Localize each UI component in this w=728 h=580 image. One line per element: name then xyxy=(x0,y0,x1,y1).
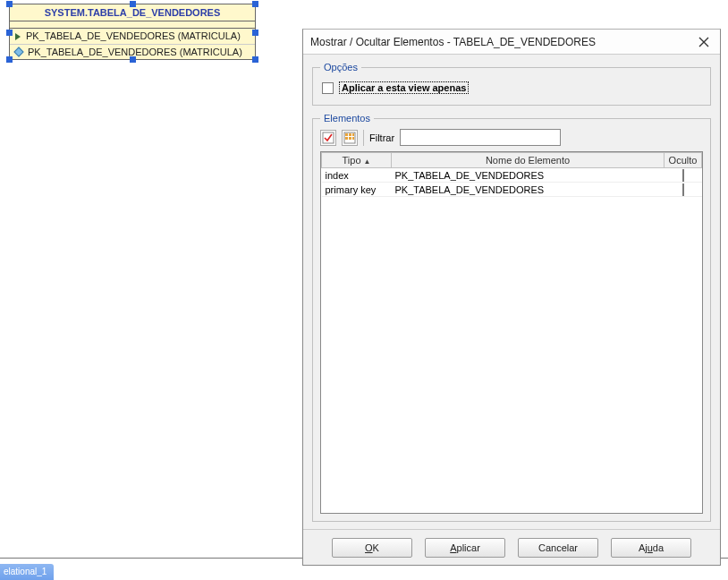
checkbox-apply-view-only[interactable] xyxy=(322,82,334,94)
dialog-titlebar[interactable]: Mostrar / Ocultar Elementos - TABELA_DE_… xyxy=(303,30,720,55)
option-apply-view-only-label: Aplicar a esta view apenas xyxy=(339,81,469,94)
help-button[interactable]: Ajuda xyxy=(611,538,691,558)
resize-handle[interactable] xyxy=(252,30,258,36)
close-icon[interactable] xyxy=(695,33,713,51)
checkbox-hidden[interactable] xyxy=(682,169,684,182)
dialog-show-hide-elements: Mostrar / Ocultar Elementos - TABELA_DE_… xyxy=(302,29,721,566)
svg-rect-0 xyxy=(323,132,334,143)
cell-name: PK_TABELA_DE_VENDEDORES xyxy=(392,168,665,183)
col-header-element-name[interactable]: Nome do Elemento xyxy=(392,153,665,168)
svg-rect-6 xyxy=(349,137,351,140)
dialog-button-bar: OK Aplicar Cancelar Ajuda xyxy=(303,529,720,565)
entity-divider xyxy=(10,21,255,29)
dialog-body: Opções Aplicar a esta view apenas Elemen… xyxy=(303,55,720,529)
filter-row: Filtrar xyxy=(320,129,703,151)
filter-label: Filtrar xyxy=(369,132,394,143)
status-tab[interactable]: elational_1 xyxy=(0,564,54,580)
cell-hidden[interactable] xyxy=(665,168,702,183)
resize-handle[interactable] xyxy=(252,56,258,63)
group-elements: Elementos xyxy=(312,113,711,522)
resize-handle[interactable] xyxy=(252,1,258,7)
table-row[interactable]: index PK_TABELA_DE_VENDEDORES xyxy=(322,168,702,183)
table-row[interactable]: primary key PK_TABELA_DE_VENDEDORES xyxy=(322,183,702,197)
svg-rect-4 xyxy=(352,133,354,136)
entity-table-vendedores[interactable]: SYSTEM.TABELA_DE_VENDEDORES PK_TABELA_DE… xyxy=(9,4,256,60)
cell-type: index xyxy=(322,168,392,183)
group-options: Opções Aplicar a esta view apenas xyxy=(312,62,711,106)
checkbox-hidden[interactable] xyxy=(682,183,684,196)
entity-row-label: PK_TABELA_DE_VENDEDORES (MATRICULA) xyxy=(26,29,241,44)
resize-handle[interactable] xyxy=(6,30,13,36)
elements-table: Tipo▲ Nome do Elemento Oculto index PK_T… xyxy=(321,152,702,197)
option-apply-view-only[interactable]: Aplicar a esta view apenas xyxy=(320,78,703,98)
resize-handle[interactable] xyxy=(6,1,13,7)
ok-button[interactable]: OK xyxy=(332,538,412,558)
cancel-button[interactable]: Cancelar xyxy=(518,538,598,558)
sort-asc-icon: ▲ xyxy=(364,158,371,166)
cell-type: primary key xyxy=(322,183,392,197)
filter-input[interactable] xyxy=(400,129,561,146)
pk-icon xyxy=(13,47,23,56)
index-icon xyxy=(15,33,21,40)
svg-rect-2 xyxy=(345,133,348,136)
group-elements-legend: Elementos xyxy=(320,113,374,124)
canvas[interactable]: SYSTEM.TABELA_DE_VENDEDORES PK_TABELA_DE… xyxy=(0,0,728,580)
cell-name: PK_TABELA_DE_VENDEDORES xyxy=(392,183,665,197)
separator xyxy=(363,130,364,146)
resize-handle[interactable] xyxy=(130,56,136,63)
apply-button[interactable]: Aplicar xyxy=(425,538,505,558)
resize-handle[interactable] xyxy=(130,1,136,7)
elements-table-wrap: Tipo▲ Nome do Elemento Oculto index PK_T… xyxy=(320,151,703,514)
select-all-icon[interactable] xyxy=(320,130,336,146)
dialog-title: Mostrar / Ocultar Elementos - TABELA_DE_… xyxy=(310,36,695,48)
col-header-hidden[interactable]: Oculto xyxy=(665,153,702,168)
svg-rect-7 xyxy=(352,137,354,140)
svg-rect-3 xyxy=(349,133,351,136)
entity-row[interactable]: PK_TABELA_DE_VENDEDORES (MATRICULA) xyxy=(10,29,255,44)
col-header-type[interactable]: Tipo▲ xyxy=(322,153,392,168)
svg-rect-5 xyxy=(345,137,348,140)
group-options-legend: Opções xyxy=(320,62,361,72)
cell-hidden[interactable] xyxy=(665,183,702,197)
resize-handle[interactable] xyxy=(6,56,13,63)
grid-options-icon[interactable] xyxy=(342,130,358,146)
